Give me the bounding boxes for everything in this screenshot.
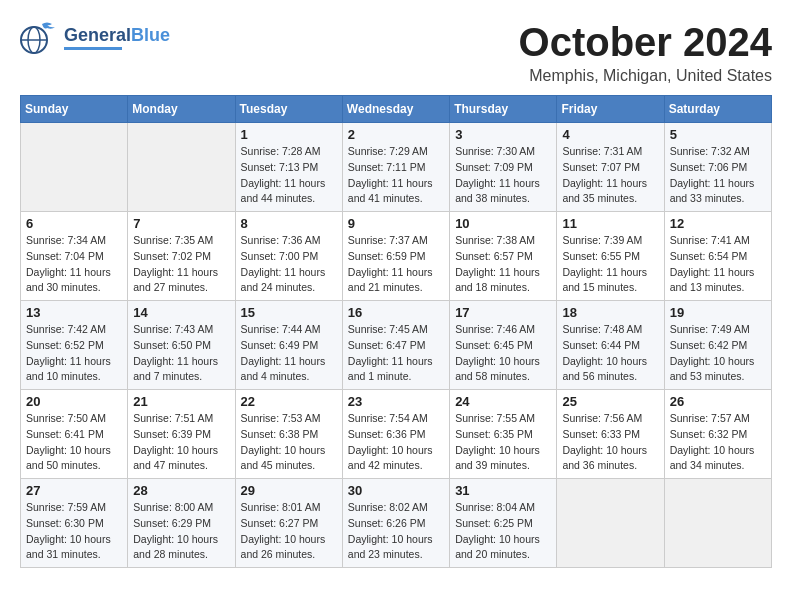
day-number: 26 — [670, 394, 766, 409]
day-info: Sunrise: 7:42 AMSunset: 6:52 PMDaylight:… — [26, 322, 122, 385]
day-number: 24 — [455, 394, 551, 409]
calendar-cell-w3-d2: 14Sunrise: 7:43 AMSunset: 6:50 PMDayligh… — [128, 301, 235, 390]
day-number: 8 — [241, 216, 337, 231]
col-friday: Friday — [557, 96, 664, 123]
calendar-header-row: Sunday Monday Tuesday Wednesday Thursday… — [21, 96, 772, 123]
day-info: Sunrise: 7:53 AMSunset: 6:38 PMDaylight:… — [241, 411, 337, 474]
col-tuesday: Tuesday — [235, 96, 342, 123]
calendar-cell-w2-d4: 9Sunrise: 7:37 AMSunset: 6:59 PMDaylight… — [342, 212, 449, 301]
title-area: October 2024 Memphis, Michigan, United S… — [519, 20, 772, 85]
day-info: Sunrise: 8:00 AMSunset: 6:29 PMDaylight:… — [133, 500, 229, 563]
day-number: 27 — [26, 483, 122, 498]
calendar-cell-w2-d3: 8Sunrise: 7:36 AMSunset: 7:00 PMDaylight… — [235, 212, 342, 301]
day-info: Sunrise: 7:51 AMSunset: 6:39 PMDaylight:… — [133, 411, 229, 474]
calendar-cell-w3-d5: 17Sunrise: 7:46 AMSunset: 6:45 PMDayligh… — [450, 301, 557, 390]
day-number: 1 — [241, 127, 337, 142]
day-info: Sunrise: 7:36 AMSunset: 7:00 PMDaylight:… — [241, 233, 337, 296]
logo-blue: Blue — [131, 25, 170, 45]
day-info: Sunrise: 7:57 AMSunset: 6:32 PMDaylight:… — [670, 411, 766, 474]
calendar-week-2: 6Sunrise: 7:34 AMSunset: 7:04 PMDaylight… — [21, 212, 772, 301]
calendar-cell-w5-d2: 28Sunrise: 8:00 AMSunset: 6:29 PMDayligh… — [128, 479, 235, 568]
day-info: Sunrise: 7:48 AMSunset: 6:44 PMDaylight:… — [562, 322, 658, 385]
day-info: Sunrise: 7:39 AMSunset: 6:55 PMDaylight:… — [562, 233, 658, 296]
calendar-cell-w3-d1: 13Sunrise: 7:42 AMSunset: 6:52 PMDayligh… — [21, 301, 128, 390]
day-info: Sunrise: 8:01 AMSunset: 6:27 PMDaylight:… — [241, 500, 337, 563]
day-number: 28 — [133, 483, 229, 498]
calendar-cell-w1-d4: 2Sunrise: 7:29 AMSunset: 7:11 PMDaylight… — [342, 123, 449, 212]
day-number: 2 — [348, 127, 444, 142]
calendar-cell-w5-d1: 27Sunrise: 7:59 AMSunset: 6:30 PMDayligh… — [21, 479, 128, 568]
day-info: Sunrise: 7:37 AMSunset: 6:59 PMDaylight:… — [348, 233, 444, 296]
calendar-cell-w2-d7: 12Sunrise: 7:41 AMSunset: 6:54 PMDayligh… — [664, 212, 771, 301]
day-info: Sunrise: 7:29 AMSunset: 7:11 PMDaylight:… — [348, 144, 444, 207]
calendar-cell-w5-d3: 29Sunrise: 8:01 AMSunset: 6:27 PMDayligh… — [235, 479, 342, 568]
day-info: Sunrise: 7:50 AMSunset: 6:41 PMDaylight:… — [26, 411, 122, 474]
calendar-cell-w3-d6: 18Sunrise: 7:48 AMSunset: 6:44 PMDayligh… — [557, 301, 664, 390]
calendar-cell-w1-d5: 3Sunrise: 7:30 AMSunset: 7:09 PMDaylight… — [450, 123, 557, 212]
calendar-week-5: 27Sunrise: 7:59 AMSunset: 6:30 PMDayligh… — [21, 479, 772, 568]
logo-icon — [20, 20, 60, 56]
day-info: Sunrise: 7:44 AMSunset: 6:49 PMDaylight:… — [241, 322, 337, 385]
day-number: 21 — [133, 394, 229, 409]
day-info: Sunrise: 7:28 AMSunset: 7:13 PMDaylight:… — [241, 144, 337, 207]
day-info: Sunrise: 7:43 AMSunset: 6:50 PMDaylight:… — [133, 322, 229, 385]
col-wednesday: Wednesday — [342, 96, 449, 123]
day-info: Sunrise: 7:41 AMSunset: 6:54 PMDaylight:… — [670, 233, 766, 296]
day-number: 18 — [562, 305, 658, 320]
calendar-cell-w4-d4: 23Sunrise: 7:54 AMSunset: 6:36 PMDayligh… — [342, 390, 449, 479]
day-number: 5 — [670, 127, 766, 142]
calendar-cell-w4-d6: 25Sunrise: 7:56 AMSunset: 6:33 PMDayligh… — [557, 390, 664, 479]
day-number: 6 — [26, 216, 122, 231]
day-number: 23 — [348, 394, 444, 409]
day-info: Sunrise: 7:45 AMSunset: 6:47 PMDaylight:… — [348, 322, 444, 385]
day-info: Sunrise: 8:02 AMSunset: 6:26 PMDaylight:… — [348, 500, 444, 563]
day-number: 13 — [26, 305, 122, 320]
day-info: Sunrise: 7:46 AMSunset: 6:45 PMDaylight:… — [455, 322, 551, 385]
calendar-cell-w1-d6: 4Sunrise: 7:31 AMSunset: 7:07 PMDaylight… — [557, 123, 664, 212]
day-number: 29 — [241, 483, 337, 498]
calendar-cell-w1-d1 — [21, 123, 128, 212]
calendar-cell-w2-d1: 6Sunrise: 7:34 AMSunset: 7:04 PMDaylight… — [21, 212, 128, 301]
calendar-cell-w1-d3: 1Sunrise: 7:28 AMSunset: 7:13 PMDaylight… — [235, 123, 342, 212]
calendar-cell-w3-d7: 19Sunrise: 7:49 AMSunset: 6:42 PMDayligh… — [664, 301, 771, 390]
day-info: Sunrise: 7:38 AMSunset: 6:57 PMDaylight:… — [455, 233, 551, 296]
day-number: 20 — [26, 394, 122, 409]
day-number: 30 — [348, 483, 444, 498]
col-saturday: Saturday — [664, 96, 771, 123]
calendar-cell-w4-d2: 21Sunrise: 7:51 AMSunset: 6:39 PMDayligh… — [128, 390, 235, 479]
month-title: October 2024 — [519, 20, 772, 65]
calendar-cell-w5-d6 — [557, 479, 664, 568]
day-number: 4 — [562, 127, 658, 142]
day-number: 15 — [241, 305, 337, 320]
calendar-cell-w2-d2: 7Sunrise: 7:35 AMSunset: 7:02 PMDaylight… — [128, 212, 235, 301]
calendar-week-3: 13Sunrise: 7:42 AMSunset: 6:52 PMDayligh… — [21, 301, 772, 390]
calendar-cell-w1-d2 — [128, 123, 235, 212]
calendar-cell-w4-d3: 22Sunrise: 7:53 AMSunset: 6:38 PMDayligh… — [235, 390, 342, 479]
calendar-cell-w2-d5: 10Sunrise: 7:38 AMSunset: 6:57 PMDayligh… — [450, 212, 557, 301]
col-sunday: Sunday — [21, 96, 128, 123]
calendar-cell-w4-d1: 20Sunrise: 7:50 AMSunset: 6:41 PMDayligh… — [21, 390, 128, 479]
calendar-cell-w3-d4: 16Sunrise: 7:45 AMSunset: 6:47 PMDayligh… — [342, 301, 449, 390]
day-info: Sunrise: 7:59 AMSunset: 6:30 PMDaylight:… — [26, 500, 122, 563]
day-info: Sunrise: 7:49 AMSunset: 6:42 PMDaylight:… — [670, 322, 766, 385]
calendar-cell-w5-d7 — [664, 479, 771, 568]
calendar-cell-w5-d5: 31Sunrise: 8:04 AMSunset: 6:25 PMDayligh… — [450, 479, 557, 568]
day-number: 14 — [133, 305, 229, 320]
day-info: Sunrise: 7:34 AMSunset: 7:04 PMDaylight:… — [26, 233, 122, 296]
day-info: Sunrise: 7:54 AMSunset: 6:36 PMDaylight:… — [348, 411, 444, 474]
day-number: 9 — [348, 216, 444, 231]
calendar-cell-w5-d4: 30Sunrise: 8:02 AMSunset: 6:26 PMDayligh… — [342, 479, 449, 568]
calendar-cell-w3-d3: 15Sunrise: 7:44 AMSunset: 6:49 PMDayligh… — [235, 301, 342, 390]
day-number: 19 — [670, 305, 766, 320]
day-number: 22 — [241, 394, 337, 409]
day-info: Sunrise: 7:31 AMSunset: 7:07 PMDaylight:… — [562, 144, 658, 207]
calendar-cell-w2-d6: 11Sunrise: 7:39 AMSunset: 6:55 PMDayligh… — [557, 212, 664, 301]
day-number: 7 — [133, 216, 229, 231]
day-info: Sunrise: 7:55 AMSunset: 6:35 PMDaylight:… — [455, 411, 551, 474]
page-header: GeneralBlue October 2024 Memphis, Michig… — [20, 20, 772, 85]
day-number: 17 — [455, 305, 551, 320]
day-number: 11 — [562, 216, 658, 231]
day-number: 31 — [455, 483, 551, 498]
day-info: Sunrise: 8:04 AMSunset: 6:25 PMDaylight:… — [455, 500, 551, 563]
calendar-table: Sunday Monday Tuesday Wednesday Thursday… — [20, 95, 772, 568]
